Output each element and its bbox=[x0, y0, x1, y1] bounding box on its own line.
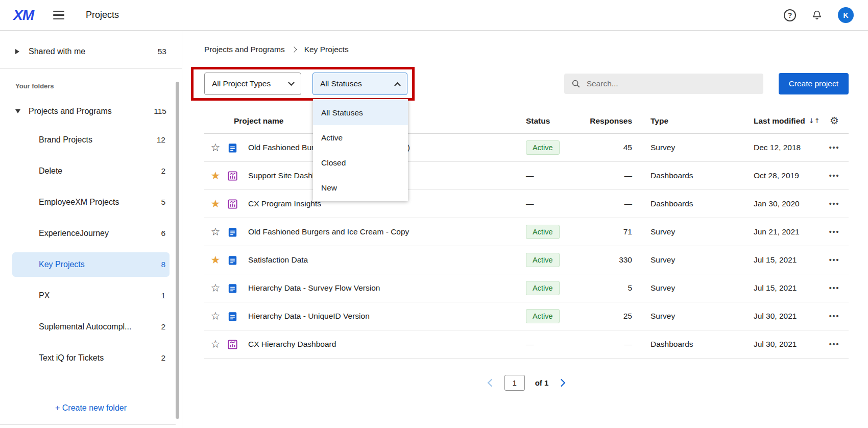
row-actions-kebab-icon[interactable]: ••• bbox=[829, 228, 840, 236]
row-actions-kebab-icon[interactable]: ••• bbox=[829, 144, 840, 152]
sidebar-item-key-projects[interactable]: Key Projects 8 bbox=[12, 252, 170, 277]
your-folders-label: Your folders bbox=[15, 82, 166, 90]
star-toggle[interactable]: ★ bbox=[211, 255, 221, 266]
folder-count: 2 bbox=[161, 167, 165, 176]
star-toggle[interactable]: ☆ bbox=[211, 311, 221, 322]
current-page-input[interactable]: 1 bbox=[504, 375, 525, 391]
folder-label: Suplemental Autocompl... bbox=[39, 322, 131, 331]
main-content: Projects and Programs Key Projects All P… bbox=[182, 31, 868, 428]
column-header-project-name[interactable]: Project name bbox=[234, 116, 283, 125]
status-filter-dropdown[interactable]: All Statuses All Statuses Active Closed … bbox=[312, 73, 407, 95]
column-header-type[interactable]: Type bbox=[636, 116, 733, 126]
shared-label: Shared with me bbox=[29, 47, 85, 56]
responses-count: 5 bbox=[583, 283, 636, 293]
project-name-link[interactable]: Satisfaction Data bbox=[248, 255, 514, 265]
project-type: Survey bbox=[636, 312, 733, 321]
sort-icon[interactable]: ↓↑ bbox=[809, 117, 820, 125]
survey-icon bbox=[227, 282, 248, 294]
breadcrumb-parent-link[interactable]: Projects and Programs bbox=[204, 45, 285, 54]
sidebar-item-brand-projects[interactable]: Brand Projects 12 bbox=[12, 128, 170, 152]
last-modified: Jul 30, 2021 bbox=[733, 340, 820, 349]
folders-sidebar: Shared with me 53 Your folders Projects … bbox=[0, 31, 182, 428]
root-folder-label: Projects and Programs bbox=[29, 107, 112, 116]
column-header-responses[interactable]: Responses bbox=[583, 116, 636, 126]
help-icon[interactable]: ? bbox=[784, 9, 796, 21]
sidebar-item-projects-and-programs[interactable]: Projects and Programs 115 bbox=[0, 100, 182, 123]
previous-page-chevron-icon[interactable] bbox=[487, 379, 495, 387]
sidebar-scrollbar[interactable] bbox=[176, 82, 179, 419]
survey-icon bbox=[227, 311, 248, 322]
menu-item-new[interactable]: New bbox=[313, 175, 408, 200]
root-folder-count: 115 bbox=[154, 107, 166, 116]
last-modified: Jan 30, 2020 bbox=[733, 199, 820, 208]
xm-logo[interactable]: XM bbox=[13, 7, 34, 23]
column-header-status[interactable]: Status bbox=[514, 116, 583, 126]
menu-item-all-statuses[interactable]: All Statuses bbox=[313, 100, 408, 125]
project-type: Survey bbox=[636, 227, 733, 236]
sidebar-item-px[interactable]: PX 1 bbox=[12, 283, 170, 308]
row-actions-kebab-icon[interactable]: ••• bbox=[829, 312, 840, 320]
toolbar: All Project Types All Statuses All Statu… bbox=[204, 73, 849, 95]
create-project-button[interactable]: Create project bbox=[779, 73, 849, 94]
filters-group: All Project Types All Statuses All Statu… bbox=[204, 73, 407, 95]
last-modified: Jul 15, 2021 bbox=[733, 255, 820, 265]
star-toggle[interactable]: ★ bbox=[211, 171, 221, 181]
dashboard-icon bbox=[227, 198, 248, 210]
row-actions-kebab-icon[interactable]: ••• bbox=[829, 200, 840, 208]
page-title: Projects bbox=[86, 10, 119, 20]
table-header-row: Project name Status Responses Type Last … bbox=[204, 108, 849, 134]
status-empty: — bbox=[526, 199, 534, 208]
pagination: 1 of 1 bbox=[204, 375, 849, 391]
star-toggle[interactable]: ☆ bbox=[211, 339, 221, 350]
notifications-bell-icon[interactable] bbox=[811, 10, 823, 21]
folder-label: Text iQ for Tickets bbox=[39, 353, 104, 363]
sidebar-item-shared-with-me[interactable]: Shared with me 53 bbox=[0, 41, 182, 62]
folder-count: 1 bbox=[161, 291, 165, 300]
next-page-chevron-icon[interactable] bbox=[558, 379, 566, 387]
folder-label: Brand Projects bbox=[39, 135, 92, 145]
last-modified: Oct 28, 2019 bbox=[733, 171, 820, 180]
sidebar-item-delete[interactable]: Delete 2 bbox=[12, 159, 170, 183]
star-toggle[interactable]: ☆ bbox=[211, 142, 221, 153]
folder-label: Delete bbox=[39, 167, 62, 176]
table-row: ☆ Old Fashioned Burgers and Ice Cream - … bbox=[204, 218, 849, 246]
shared-count: 53 bbox=[158, 47, 166, 56]
responses-count: — bbox=[583, 199, 636, 208]
chevron-right-icon bbox=[15, 49, 19, 54]
user-avatar[interactable]: K bbox=[838, 7, 854, 23]
sidebar-item-text-iq-for-tickets[interactable]: Text iQ for Tickets 2 bbox=[12, 346, 170, 370]
sidebar-item-suplemental-autocomplete[interactable]: Suplemental Autocompl... 2 bbox=[12, 315, 170, 339]
star-toggle[interactable]: ☆ bbox=[211, 227, 221, 237]
project-name-link[interactable]: Hierarchy Data - Survey Flow Version bbox=[248, 283, 514, 293]
sidebar-item-experiencejourney[interactable]: ExperienceJourney 6 bbox=[12, 221, 170, 246]
dashboard-icon bbox=[227, 339, 248, 350]
project-type: Survey bbox=[636, 283, 733, 293]
survey-icon bbox=[227, 226, 248, 238]
star-toggle[interactable]: ★ bbox=[211, 199, 221, 209]
sidebar-item-employeexm-projects[interactable]: EmployeeXM Projects 5 bbox=[12, 190, 170, 215]
table-row: ☆ CX Hierarchy Dashboard — — Dashboards … bbox=[204, 330, 849, 359]
project-name-link[interactable]: Old Fashioned Burgers and Ice Cream - Co… bbox=[248, 227, 514, 236]
create-new-folder-button[interactable]: + Create new folder bbox=[0, 403, 182, 413]
last-modified: Jun 21, 2021 bbox=[733, 227, 820, 236]
project-type-filter-dropdown[interactable]: All Project Types bbox=[204, 73, 301, 95]
row-actions-kebab-icon[interactable]: ••• bbox=[829, 172, 840, 180]
column-header-last-modified[interactable]: Last modified bbox=[754, 116, 805, 126]
star-toggle[interactable]: ☆ bbox=[211, 283, 221, 294]
row-actions-kebab-icon[interactable]: ••• bbox=[829, 256, 840, 264]
menu-item-closed[interactable]: Closed bbox=[313, 150, 408, 175]
divider bbox=[0, 424, 176, 425]
table-settings-gear-icon[interactable]: ⚙ bbox=[830, 115, 839, 126]
row-actions-kebab-icon[interactable]: ••• bbox=[829, 340, 840, 348]
chevron-down-icon bbox=[288, 79, 295, 86]
survey-icon bbox=[227, 142, 248, 154]
table-row: ☆ Hierarchy Data - Survey Flow Version A… bbox=[204, 274, 849, 302]
search-input[interactable] bbox=[587, 79, 756, 88]
project-name-link[interactable]: Hierarchy Data - UniqueID Version bbox=[248, 312, 514, 321]
status-filter-value: All Statuses bbox=[320, 79, 362, 88]
project-name-link[interactable]: CX Hierarchy Dashboard bbox=[248, 340, 514, 349]
menu-item-active[interactable]: Active bbox=[313, 125, 408, 150]
hamburger-menu-icon[interactable] bbox=[53, 11, 64, 20]
row-actions-kebab-icon[interactable]: ••• bbox=[829, 284, 840, 292]
table-row: ☆ Old Fashioned Burgers and Ice Cream (Q… bbox=[204, 134, 849, 162]
